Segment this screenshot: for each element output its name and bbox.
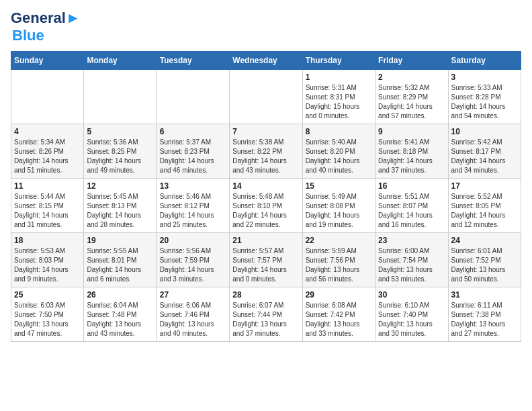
weekday-header-thursday: Thursday — [302, 52, 375, 70]
day-info: Sunrise: 5:31 AM Sunset: 8:31 PM Dayligh… — [306, 83, 372, 121]
calendar-cell: 30Sunrise: 6:10 AM Sunset: 7:40 PM Dayli… — [375, 287, 448, 342]
day-info: Sunrise: 5:56 AM Sunset: 7:59 PM Dayligh… — [160, 246, 226, 284]
calendar-cell — [157, 70, 229, 124]
day-info: Sunrise: 5:40 AM Sunset: 8:20 PM Dayligh… — [306, 138, 372, 175]
calendar-cell: 19Sunrise: 5:55 AM Sunset: 8:01 PM Dayli… — [84, 233, 157, 287]
day-number: 9 — [378, 127, 445, 136]
day-info: Sunrise: 5:33 AM Sunset: 8:28 PM Dayligh… — [451, 83, 518, 121]
day-number: 3 — [451, 73, 518, 82]
calendar-cell: 12Sunrise: 5:45 AM Sunset: 8:13 PM Dayli… — [84, 179, 157, 233]
calendar-cell: 11Sunrise: 5:44 AM Sunset: 8:15 PM Dayli… — [11, 179, 84, 233]
day-number: 19 — [87, 236, 153, 245]
logo-text: General► — [11, 11, 81, 26]
calendar-cell: 2Sunrise: 5:32 AM Sunset: 8:29 PM Daylig… — [375, 70, 448, 124]
day-info: Sunrise: 5:44 AM Sunset: 8:15 PM Dayligh… — [14, 192, 81, 230]
calendar-cell: 6Sunrise: 5:37 AM Sunset: 8:23 PM Daylig… — [157, 124, 229, 179]
weekday-header-saturday: Saturday — [448, 52, 521, 70]
calendar-cell: 9Sunrise: 5:41 AM Sunset: 8:18 PM Daylig… — [375, 124, 448, 179]
calendar-week-row: 1Sunrise: 5:31 AM Sunset: 8:31 PM Daylig… — [11, 70, 521, 124]
day-info: Sunrise: 5:57 AM Sunset: 7:57 PM Dayligh… — [232, 246, 299, 284]
day-info: Sunrise: 5:41 AM Sunset: 8:18 PM Dayligh… — [378, 138, 445, 175]
day-info: Sunrise: 5:53 AM Sunset: 8:03 PM Dayligh… — [14, 246, 81, 284]
calendar-week-row: 18Sunrise: 5:53 AM Sunset: 8:03 PM Dayli… — [11, 233, 521, 287]
day-info: Sunrise: 6:06 AM Sunset: 7:46 PM Dayligh… — [160, 301, 226, 338]
weekday-header-wednesday: Wednesday — [230, 52, 302, 70]
calendar-cell: 15Sunrise: 5:49 AM Sunset: 8:08 PM Dayli… — [302, 179, 375, 233]
day-number: 17 — [451, 181, 518, 191]
day-number: 13 — [160, 181, 226, 191]
day-info: Sunrise: 5:34 AM Sunset: 8:26 PM Dayligh… — [14, 138, 81, 175]
day-info: Sunrise: 5:32 AM Sunset: 8:29 PM Dayligh… — [378, 83, 445, 121]
calendar-cell: 7Sunrise: 5:38 AM Sunset: 8:22 PM Daylig… — [230, 124, 302, 179]
calendar-cell: 17Sunrise: 5:52 AM Sunset: 8:05 PM Dayli… — [448, 179, 521, 233]
calendar-cell: 21Sunrise: 5:57 AM Sunset: 7:57 PM Dayli… — [230, 233, 302, 287]
day-number: 14 — [232, 181, 299, 191]
calendar-cell: 27Sunrise: 6:06 AM Sunset: 7:46 PM Dayli… — [157, 287, 229, 342]
day-info: Sunrise: 5:42 AM Sunset: 8:17 PM Dayligh… — [451, 138, 518, 175]
day-number: 29 — [306, 290, 372, 300]
day-info: Sunrise: 5:52 AM Sunset: 8:05 PM Dayligh… — [451, 192, 518, 230]
day-info: Sunrise: 5:48 AM Sunset: 8:10 PM Dayligh… — [232, 192, 299, 230]
day-info: Sunrise: 5:46 AM Sunset: 8:12 PM Dayligh… — [160, 192, 226, 230]
weekday-header-row: SundayMondayTuesdayWednesdayThursdayFrid… — [11, 52, 521, 70]
day-number: 6 — [160, 127, 226, 136]
calendar-cell: 13Sunrise: 5:46 AM Sunset: 8:12 PM Dayli… — [157, 179, 229, 233]
logo-blue: Blue — [12, 27, 44, 44]
calendar-week-row: 25Sunrise: 6:03 AM Sunset: 7:50 PM Dayli… — [11, 287, 521, 342]
day-number: 2 — [378, 73, 445, 82]
calendar-cell: 29Sunrise: 6:08 AM Sunset: 7:42 PM Dayli… — [302, 287, 375, 342]
weekday-header-sunday: Sunday — [11, 52, 84, 70]
day-number: 10 — [451, 127, 518, 136]
calendar-cell: 3Sunrise: 5:33 AM Sunset: 8:28 PM Daylig… — [448, 70, 521, 124]
day-info: Sunrise: 6:07 AM Sunset: 7:44 PM Dayligh… — [232, 301, 299, 338]
day-info: Sunrise: 6:03 AM Sunset: 7:50 PM Dayligh… — [14, 301, 81, 338]
day-number: 16 — [378, 181, 445, 191]
day-info: Sunrise: 5:51 AM Sunset: 8:07 PM Dayligh… — [378, 192, 445, 230]
day-info: Sunrise: 6:01 AM Sunset: 7:52 PM Dayligh… — [451, 246, 518, 284]
day-info: Sunrise: 6:11 AM Sunset: 7:38 PM Dayligh… — [451, 301, 518, 338]
calendar-cell: 20Sunrise: 5:56 AM Sunset: 7:59 PM Dayli… — [157, 233, 229, 287]
calendar-cell — [230, 70, 302, 124]
day-number: 31 — [451, 290, 518, 300]
day-info: Sunrise: 5:59 AM Sunset: 7:56 PM Dayligh… — [306, 246, 372, 284]
calendar-cell: 23Sunrise: 6:00 AM Sunset: 7:54 PM Dayli… — [375, 233, 448, 287]
calendar-cell: 31Sunrise: 6:11 AM Sunset: 7:38 PM Dayli… — [448, 287, 521, 342]
calendar-cell: 22Sunrise: 5:59 AM Sunset: 7:56 PM Dayli… — [302, 233, 375, 287]
calendar-week-row: 11Sunrise: 5:44 AM Sunset: 8:15 PM Dayli… — [11, 179, 521, 233]
calendar-cell: 28Sunrise: 6:07 AM Sunset: 7:44 PM Dayli… — [230, 287, 302, 342]
calendar-cell: 10Sunrise: 5:42 AM Sunset: 8:17 PM Dayli… — [448, 124, 521, 179]
day-number: 23 — [378, 236, 445, 245]
day-number: 26 — [87, 290, 153, 300]
day-number: 12 — [87, 181, 153, 191]
day-number: 18 — [14, 236, 81, 245]
day-info: Sunrise: 5:37 AM Sunset: 8:23 PM Dayligh… — [160, 138, 226, 175]
calendar-cell: 1Sunrise: 5:31 AM Sunset: 8:31 PM Daylig… — [302, 70, 375, 124]
calendar-cell: 26Sunrise: 6:04 AM Sunset: 7:48 PM Dayli… — [84, 287, 157, 342]
day-number: 28 — [232, 290, 299, 300]
day-info: Sunrise: 6:04 AM Sunset: 7:48 PM Dayligh… — [87, 301, 153, 338]
day-number: 1 — [306, 73, 372, 82]
day-number: 4 — [14, 127, 81, 136]
calendar-cell: 14Sunrise: 5:48 AM Sunset: 8:10 PM Dayli… — [230, 179, 302, 233]
day-info: Sunrise: 6:00 AM Sunset: 7:54 PM Dayligh… — [378, 246, 445, 284]
day-info: Sunrise: 5:49 AM Sunset: 8:08 PM Dayligh… — [306, 192, 372, 230]
calendar-cell: 18Sunrise: 5:53 AM Sunset: 8:03 PM Dayli… — [11, 233, 84, 287]
calendar-week-row: 4Sunrise: 5:34 AM Sunset: 8:26 PM Daylig… — [11, 124, 521, 179]
day-number: 21 — [232, 236, 299, 245]
day-number: 15 — [306, 181, 372, 191]
calendar-cell: 16Sunrise: 5:51 AM Sunset: 8:07 PM Dayli… — [375, 179, 448, 233]
day-info: Sunrise: 5:38 AM Sunset: 8:22 PM Dayligh… — [232, 138, 299, 175]
day-info: Sunrise: 6:10 AM Sunset: 7:40 PM Dayligh… — [378, 301, 445, 338]
calendar-cell — [11, 70, 84, 124]
logo: General► Blue — [11, 11, 81, 44]
calendar-cell: 4Sunrise: 5:34 AM Sunset: 8:26 PM Daylig… — [11, 124, 84, 179]
day-info: Sunrise: 5:45 AM Sunset: 8:13 PM Dayligh… — [87, 192, 153, 230]
day-number: 11 — [14, 181, 81, 191]
calendar-cell: 5Sunrise: 5:36 AM Sunset: 8:25 PM Daylig… — [84, 124, 157, 179]
day-number: 30 — [378, 290, 445, 300]
day-number: 20 — [160, 236, 226, 245]
day-info: Sunrise: 5:55 AM Sunset: 8:01 PM Dayligh… — [87, 246, 153, 284]
day-number: 22 — [306, 236, 372, 245]
weekday-header-tuesday: Tuesday — [157, 52, 229, 70]
calendar-table: SundayMondayTuesdayWednesdayThursdayFrid… — [11, 51, 521, 342]
